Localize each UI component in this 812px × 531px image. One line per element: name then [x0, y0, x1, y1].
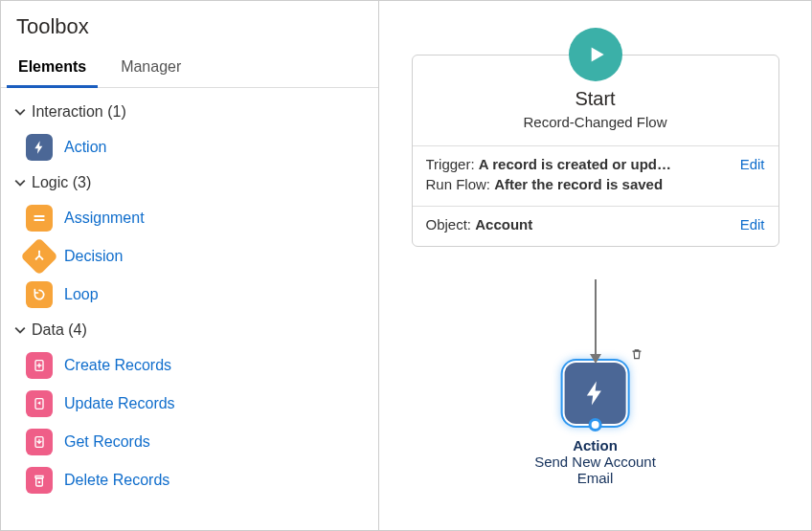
element-label: Assignment [64, 210, 145, 227]
start-title: Start [424, 88, 767, 110]
element-delete-records[interactable]: Delete Records [5, 461, 374, 499]
element-groups: Interaction (1) Action Logic (3) Assignm… [1, 88, 378, 507]
node-type: Action [534, 437, 656, 454]
element-label: Create Records [64, 357, 171, 374]
toolbox-sidebar: Toolbox Elements Manager Interaction (1)… [1, 1, 379, 530]
output-port[interactable] [589, 418, 602, 431]
element-action[interactable]: Action [5, 128, 374, 166]
action-node-box[interactable] [565, 363, 626, 424]
delete-records-icon [26, 467, 53, 494]
delete-node-button[interactable] [630, 347, 643, 364]
element-assignment[interactable]: Assignment [5, 199, 374, 237]
edit-object-link[interactable]: Edit [740, 216, 765, 232]
element-label: Get Records [64, 433, 150, 451]
element-label: Delete Records [64, 472, 169, 489]
svg-point-6 [38, 481, 41, 484]
start-card: Start Record-Changed Flow Trigger: A rec… [412, 55, 779, 247]
group-label: Logic (3) [32, 174, 91, 191]
group-interaction[interactable]: Interaction (1) [5, 96, 374, 128]
action-icon [581, 379, 610, 408]
element-label: Decision [64, 248, 123, 265]
get-records-icon [26, 429, 53, 455]
group-logic[interactable]: Logic (3) [5, 166, 374, 199]
group-label: Interaction (1) [32, 103, 126, 121]
flow-canvas[interactable]: Start Record-Changed Flow Trigger: A rec… [379, 1, 811, 530]
node-name-line2: Email [534, 470, 656, 486]
trigger-label: Trigger: [426, 156, 475, 172]
decision-icon [20, 237, 58, 276]
element-get-records[interactable]: Get Records [5, 423, 374, 461]
object-value: Account [475, 216, 532, 232]
trash-icon [630, 347, 643, 361]
start-button[interactable] [569, 28, 622, 81]
action-icon [26, 134, 53, 161]
chevron-down-icon [14, 177, 26, 188]
element-loop[interactable]: Loop [5, 276, 374, 314]
edit-trigger-link[interactable]: Edit [740, 156, 765, 172]
assignment-icon [26, 205, 53, 232]
loop-icon [26, 281, 53, 308]
tab-elements[interactable]: Elements [1, 49, 103, 87]
start-object-row: Object: Account Edit [413, 207, 778, 246]
node-name-line1: Send New Account [534, 454, 656, 470]
chevron-down-icon [14, 106, 26, 118]
svg-point-2 [41, 258, 43, 260]
svg-point-0 [38, 251, 40, 253]
toolbox-title: Toolbox [1, 1, 378, 49]
update-records-icon [26, 390, 53, 417]
chevron-down-icon [14, 324, 26, 336]
group-data[interactable]: Data (4) [5, 314, 374, 346]
svg-point-1 [35, 258, 37, 260]
runflow-label: Run Flow: [426, 176, 491, 192]
trigger-value: A record is created or upd… [479, 156, 671, 172]
sidebar-tabs: Elements Manager [1, 49, 378, 88]
start-subtitle: Record-Changed Flow [424, 114, 767, 130]
object-label: Object: [426, 216, 472, 232]
group-label: Data (4) [32, 321, 87, 339]
element-label: Loop [64, 286, 99, 303]
element-label: Update Records [64, 395, 175, 412]
tab-manager[interactable]: Manager [103, 49, 198, 87]
element-decision[interactable]: Decision [5, 237, 374, 276]
create-records-icon [26, 352, 53, 379]
play-icon [583, 42, 608, 67]
action-node[interactable]: Action Send New Account Email [534, 363, 656, 486]
element-update-records[interactable]: Update Records [5, 385, 374, 423]
runflow-value: After the record is saved [494, 176, 663, 192]
element-label: Action [64, 139, 106, 156]
element-create-records[interactable]: Create Records [5, 346, 374, 385]
start-trigger-row: Trigger: A record is created or upd… Run… [413, 146, 778, 207]
connector-arrow [586, 279, 605, 365]
